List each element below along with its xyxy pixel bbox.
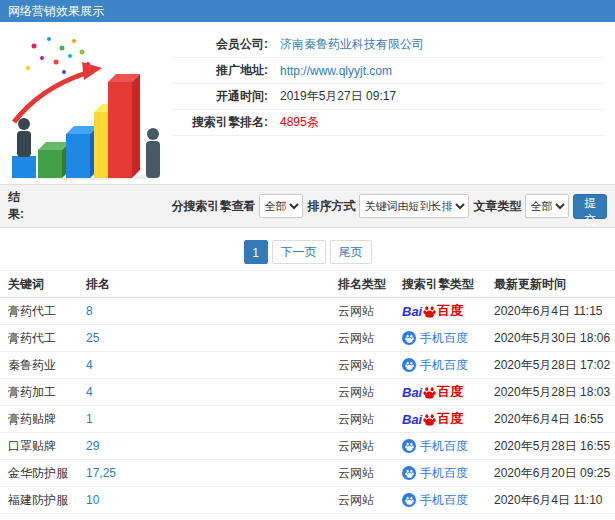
page-title: 网络营销效果展示 — [8, 4, 104, 18]
rank-type-cell: 云网站 — [338, 492, 402, 509]
baidu-logo: Bai 百度 — [402, 383, 463, 401]
time-cell: 2020年5月28日 16:55 — [494, 438, 615, 455]
col-header-rank-type: 排名类型 — [338, 276, 402, 293]
rank-link[interactable]: 8 — [86, 304, 93, 318]
rank-link[interactable]: 29 — [86, 439, 99, 453]
mobile-baidu-icon — [402, 493, 416, 507]
article-type-select[interactable]: 全部 — [525, 194, 569, 218]
time-cell: 2020年5月28日 18:03 — [494, 384, 615, 401]
rank-type-cell: 云网站 — [338, 330, 402, 347]
mobile-baidu-icon — [402, 331, 416, 345]
engine-cell: Bai 百度 — [402, 383, 494, 401]
open-time-label: 开通时间: — [172, 88, 268, 105]
baidu-paw-icon — [423, 413, 436, 426]
rank-link[interactable]: 4 — [86, 358, 93, 372]
page: 网络营销效果展示 — [0, 0, 615, 520]
keyword-cell: 膏药加工 — [8, 384, 86, 401]
info-row-open-time: 开通时间: 2019年5月27日 09:17 — [172, 84, 605, 110]
table-row: 膏药加工 4 云网站 Bai 百度 — [0, 379, 615, 406]
rank-type-cell: 云网站 — [338, 438, 402, 455]
page-1-button[interactable]: 1 — [244, 240, 268, 264]
col-header-engine-type: 搜索引擎类型 — [402, 276, 494, 293]
rank-link[interactable]: 10 — [86, 493, 99, 507]
chart-illustration — [0, 22, 172, 184]
keyword-cell: 膏药代工 — [8, 330, 86, 347]
table-row: 膏药代工 8 云网站 Bai 百度 — [0, 298, 615, 325]
title-bar: 网络营销效果展示 — [0, 0, 615, 22]
table-row: 口罩贴牌 29 云网站 — [0, 433, 615, 460]
mobile-baidu-icon — [402, 358, 416, 372]
filter-bar: 结果: 分搜索引擎查看 全部 排序方式 关键词由短到长排序 文章类型 全部 提交 — [0, 184, 615, 228]
engine-cell: 手机百度 — [402, 465, 494, 482]
mobile-baidu-label: 手机百度 — [420, 492, 468, 509]
rank-type-cell: 云网站 — [338, 411, 402, 428]
info-row-url: 推广地址: http://www.qlyyjt.com — [172, 58, 605, 84]
baidu-paw-icon — [423, 386, 436, 399]
engine-cell: 手机百度 — [402, 438, 494, 455]
article-type-label: 文章类型 — [473, 198, 521, 215]
results-table: 关键词 排名 排名类型 搜索引擎类型 最新更新时间 膏药代工 8 云网站 Bai… — [0, 270, 615, 520]
rank-type-cell: 云网站 — [338, 465, 402, 482]
keyword-cell: 秦鲁药业 — [8, 357, 86, 374]
engine-filter-select[interactable]: 全部 — [259, 194, 303, 218]
mobile-baidu: 手机百度 — [402, 330, 468, 347]
keyword-cell: 口罩贴牌 — [8, 438, 86, 455]
company-link[interactable]: 济南秦鲁药业科技有限公司 — [280, 36, 424, 53]
col-header-keyword: 关键词 — [8, 276, 86, 293]
keyword-cell: 金华防护服 — [8, 465, 86, 482]
info-section: 会员公司: 济南秦鲁药业科技有限公司 推广地址: http://www.qlyy… — [0, 22, 615, 184]
result-label: 结果: — [8, 189, 35, 223]
baidu-logo-text-du: 百度 — [437, 410, 463, 428]
rank-link[interactable]: 4 — [86, 385, 93, 399]
engine-cell: 手机百度 — [402, 357, 494, 374]
rank-link[interactable]: 1 — [86, 412, 93, 426]
rank-type-cell: 云网站 — [338, 357, 402, 374]
filter-group: 分搜索引擎查看 全部 排序方式 关键词由短到长排序 文章类型 全部 提交 — [171, 194, 607, 219]
engine-cell: 手机百度 — [402, 492, 494, 509]
time-cell: 2020年6月4日 16:55 — [494, 411, 615, 428]
rank-type-cell: 云网站 — [338, 384, 402, 401]
submit-button[interactable]: 提交 — [573, 194, 607, 219]
time-cell: 2020年6月20日 09:25 — [494, 465, 615, 482]
baidu-logo: Bai 百度 — [402, 410, 463, 428]
baidu-logo-text-bai: Bai — [402, 412, 422, 427]
table-row: 金华防护服 17,25 云网站 — [0, 460, 615, 487]
engine-cell: Bai 百度 — [402, 410, 494, 428]
table-header-row: 关键词 排名 排名类型 搜索引擎类型 最新更新时间 — [0, 270, 615, 298]
rank-link[interactable]: 25 — [86, 331, 99, 345]
keyword-cell: 福建防护服 — [8, 492, 86, 509]
mobile-baidu-label: 手机百度 — [420, 357, 468, 374]
info-row-rank-count: 搜索引擎排名: 4895条 — [172, 110, 605, 136]
baidu-logo-text-bai: Bai — [402, 385, 422, 400]
col-header-update-time: 最新更新时间 — [494, 276, 615, 293]
mobile-baidu-label: 手机百度 — [420, 330, 468, 347]
keyword-cell: 膏药代工 — [8, 303, 86, 320]
time-cell: 2020年5月30日 18:06 — [494, 330, 615, 347]
sort-select[interactable]: 关键词由短到长排序 — [359, 194, 469, 218]
table-row: 手机百度 — [0, 514, 615, 520]
figure-left — [12, 118, 36, 178]
engine-cell: 手机百度 — [402, 330, 494, 347]
baidu-logo-text-bai: Bai — [402, 304, 422, 319]
mobile-baidu: 手机百度 — [402, 492, 468, 509]
sort-label: 排序方式 — [307, 198, 355, 215]
next-page-button[interactable]: 下一页 — [272, 240, 326, 264]
baidu-logo: Bai 百度 — [402, 302, 463, 320]
growth-arrow — [14, 62, 102, 122]
mobile-baidu-label: 手机百度 — [420, 465, 468, 482]
mobile-baidu: 手机百度 — [402, 438, 468, 455]
mobile-baidu-icon — [402, 466, 416, 480]
rank-count-label: 搜索引擎排名: — [172, 114, 268, 131]
engine-filter-label: 分搜索引擎查看 — [171, 198, 255, 215]
table-row: 膏药代工 25 云网站 — [0, 325, 615, 352]
mobile-baidu: 手机百度 — [402, 357, 468, 374]
figure-right — [146, 128, 160, 178]
last-page-button[interactable]: 尾页 — [330, 240, 372, 264]
rank-type-cell: 云网站 — [338, 303, 402, 320]
keyword-cell: 膏药贴牌 — [8, 411, 86, 428]
promo-url-link[interactable]: http://www.qlyyjt.com — [280, 64, 392, 78]
open-time-value: 2019年5月27日 09:17 — [280, 88, 396, 105]
col-header-rank: 排名 — [86, 276, 338, 293]
rank-link[interactable]: 17,25 — [86, 466, 116, 480]
pagination: 1 下一页 尾页 — [0, 228, 615, 270]
